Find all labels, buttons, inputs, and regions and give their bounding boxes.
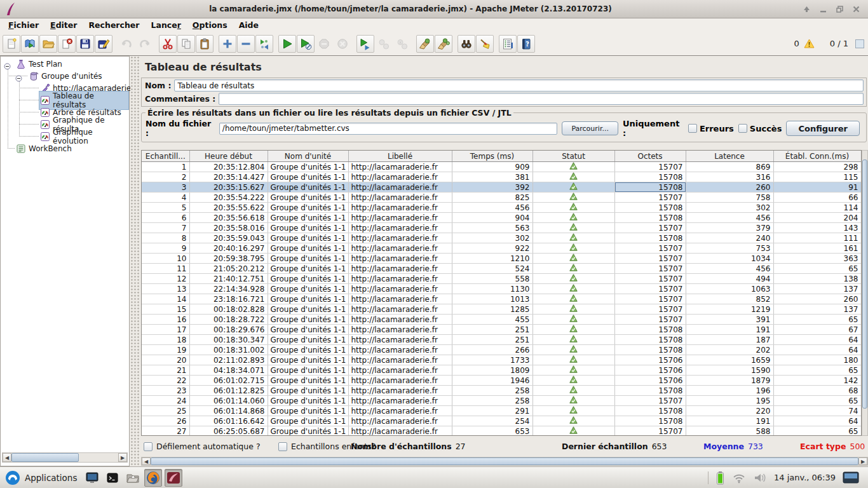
column-header-5[interactable]: Statut: [532, 151, 614, 162]
column-header-8[interactable]: Établ. Conn.(ms): [773, 151, 861, 162]
workspace-icon[interactable]: [843, 471, 859, 485]
file-manager-launcher[interactable]: [124, 469, 142, 487]
scroll-left-arrow[interactable]: ◀: [3, 453, 11, 462]
table-row[interactable]: 520:35:55.622Groupe d'unités 1-1http://l…: [142, 203, 861, 213]
tree-item-test-plan[interactable]: Test Plan: [1, 58, 129, 70]
maximize-button[interactable]: [835, 4, 844, 13]
paste-button[interactable]: [196, 35, 214, 53]
battery-icon[interactable]: [715, 470, 725, 485]
menu-options[interactable]: Options: [187, 19, 233, 31]
tree-item-groupe-d-unit-s[interactable]: Groupe d'unités: [1, 70, 129, 82]
scrollbar-thumb[interactable]: [862, 159, 867, 409]
menu-fichier[interactable]: Fichier: [3, 19, 44, 31]
help-button[interactable]: ?: [517, 35, 535, 53]
menu-aide[interactable]: Aide: [233, 19, 264, 31]
table-row[interactable]: 2206:01:02.715Groupe d'unités 1-1http://…: [142, 376, 861, 386]
minimize-button[interactable]: [818, 4, 827, 13]
scroll-left-arrow[interactable]: ◀: [142, 458, 151, 465]
save-as-button[interactable]: [95, 35, 112, 53]
open-button[interactable]: [39, 35, 57, 53]
main-horizontal-scrollbar[interactable]: ◀ ▶: [141, 457, 868, 466]
table-row[interactable]: 2506:01:14.868Groupe d'unités 1-1http://…: [142, 406, 861, 416]
split-divider[interactable]: [130, 56, 140, 466]
column-header-2[interactable]: Nom d'unité: [268, 151, 348, 162]
search-button[interactable]: [458, 35, 475, 53]
name-input[interactable]: [174, 79, 864, 92]
tree-item-graphique-volution[interactable]: Graphique évolution: [1, 130, 129, 142]
table-row[interactable]: 120:35:12.804Groupe d'unités 1-1http://l…: [142, 162, 861, 172]
start-no-timers-button[interactable]: [297, 35, 315, 53]
wifi-icon[interactable]: [732, 472, 746, 484]
column-header-3[interactable]: Libellé: [348, 151, 452, 162]
table-row[interactable]: 2706:25:05.687Groupe d'unités 1-1http://…: [142, 426, 861, 437]
table-row[interactable]: 1600:18:28.722Groupe d'unités 1-1http://…: [142, 315, 861, 325]
table-row[interactable]: 920:40:16.297Groupe d'unités 1-1http://l…: [142, 243, 861, 254]
volume-icon[interactable]: [753, 472, 767, 484]
close-button[interactable]: [851, 4, 860, 13]
errors-checkbox[interactable]: [688, 124, 697, 133]
clear-button[interactable]: [416, 35, 434, 53]
table-row[interactable]: 1221:40:12.751Groupe d'unités 1-1http://…: [142, 274, 861, 284]
table-row[interactable]: 820:35:59.043Groupe d'unités 1-1http://l…: [142, 233, 861, 243]
terminal-launcher[interactable]: [104, 469, 121, 487]
close-file-button[interactable]: [58, 35, 76, 53]
templates-button[interactable]: [21, 35, 39, 53]
column-header-4[interactable]: Temps (ms): [452, 151, 532, 162]
tree-horizontal-scrollbar[interactable]: ◀ ▶: [2, 452, 128, 463]
table-row[interactable]: 620:35:56.618Groupe d'unités 1-1http://l…: [142, 213, 861, 223]
table-row[interactable]: 2104:18:34.071Groupe d'unités 1-1http://…: [142, 365, 861, 376]
applications-menu-button[interactable]: Applications: [4, 470, 82, 485]
warning-icon[interactable]: [804, 39, 815, 48]
scrollbar-thumb[interactable]: [151, 458, 858, 465]
toggle-button[interactable]: [255, 35, 273, 53]
configure-button[interactable]: Configurer: [786, 121, 860, 136]
table-row[interactable]: 1322:14:34.928Groupe d'unités 1-1http://…: [142, 284, 861, 294]
filename-input[interactable]: [219, 123, 558, 135]
copy-button[interactable]: [177, 35, 195, 53]
table-row[interactable]: 2002:11:02.893Groupe d'unités 1-1http://…: [142, 355, 861, 365]
start-button[interactable]: [278, 35, 296, 53]
table-row[interactable]: 1800:18:30.347Groupe d'unités 1-1http://…: [142, 335, 861, 345]
table-row[interactable]: 2606:01:16.642Groupe d'unités 1-1http://…: [142, 416, 861, 426]
table-row[interactable]: 2306:01:12.825Groupe d'unités 1-1http://…: [142, 386, 861, 396]
comments-input[interactable]: [219, 93, 864, 105]
clock[interactable]: 14 janv., 06:39: [774, 473, 836, 482]
expand-button[interactable]: [219, 35, 236, 53]
column-header-7[interactable]: Latence: [686, 151, 773, 162]
tree-item-workbench[interactable]: WorkBench: [1, 142, 129, 154]
terminal-window-launcher[interactable]: [83, 469, 101, 487]
column-header-1[interactable]: Heure début: [189, 151, 268, 162]
scroll-right-arrow[interactable]: ▶: [118, 453, 127, 462]
column-header-6[interactable]: Octets: [614, 151, 686, 162]
function-helper-button[interactable]: [499, 35, 517, 53]
jmeter-launcher[interactable]: [165, 469, 182, 487]
menu-rechercher[interactable]: Rechercher: [83, 19, 145, 31]
table-vertical-scrollbar[interactable]: [862, 150, 868, 436]
save-button[interactable]: [76, 35, 94, 53]
column-header-0[interactable]: Echantill...: [142, 151, 189, 162]
firefox-launcher[interactable]: [144, 469, 162, 487]
table-row[interactable]: 1423:18:16.721Groupe d'unités 1-1http://…: [142, 294, 861, 304]
browse-button[interactable]: Parcourir...: [562, 121, 618, 135]
table-row[interactable]: 1500:18:02.828Groupe d'unités 1-1http://…: [142, 304, 861, 315]
scroll-right-arrow[interactable]: ▶: [858, 458, 867, 465]
remote-start-all-button[interactable]: [356, 35, 374, 53]
tree-item-tableau-de-r-sultats[interactable]: Tableau de résultats: [1, 94, 129, 106]
table-row[interactable]: 720:35:58.016Groupe d'unités 1-1http://l…: [142, 223, 861, 233]
table-row[interactable]: 1020:59:38.795Groupe d'unités 1-1http://…: [142, 254, 861, 264]
cut-button[interactable]: [159, 35, 177, 53]
menu-lancer[interactable]: Lancer: [146, 19, 187, 31]
search-reset-button[interactable]: [476, 35, 494, 53]
table-row[interactable]: 2406:01:14.060Groupe d'unités 1-1http://…: [142, 396, 861, 406]
table-row[interactable]: 1700:18:29.676Groupe d'unités 1-1http://…: [142, 325, 861, 335]
table-row[interactable]: 1121:05:20.212Groupe d'unités 1-1http://…: [142, 264, 861, 274]
menu-editer[interactable]: Editer: [44, 19, 83, 31]
collapse-button[interactable]: [237, 35, 255, 53]
child-samples-checkbox[interactable]: [278, 442, 287, 451]
success-checkbox[interactable]: [738, 124, 747, 133]
shade-button[interactable]: [802, 4, 811, 13]
table-row[interactable]: 220:35:14.427Groupe d'unités 1-1http://l…: [142, 172, 861, 182]
table-row[interactable]: 320:35:15.627Groupe d'unités 1-1http://l…: [142, 182, 861, 193]
scrollbar-thumb[interactable]: [11, 453, 79, 462]
autoscroll-checkbox[interactable]: [144, 442, 153, 451]
